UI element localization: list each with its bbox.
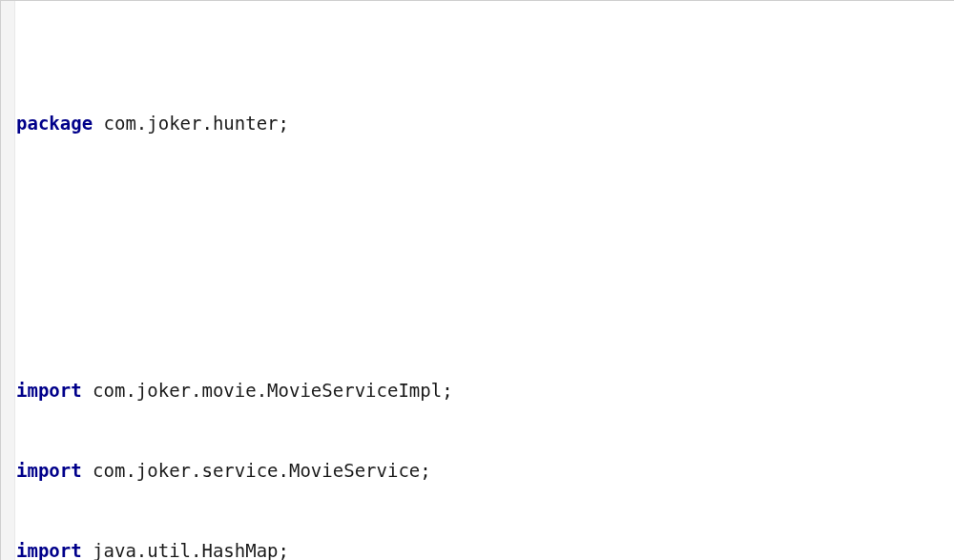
keyword-package: package (16, 113, 93, 134)
keyword-import: import (16, 540, 82, 560)
keyword-import: import (16, 380, 82, 401)
code-line-blank (14, 243, 954, 270)
import-path: com.joker.movie.MovieServiceImpl (93, 380, 442, 401)
package-name: com.joker.hunter (104, 113, 279, 134)
semicolon: ; (279, 113, 289, 134)
import-path: com.joker.service.MovieService (93, 460, 420, 481)
code-line: import com.joker.service.MovieService; (14, 457, 954, 484)
code-line: import java.util.HashMap; (14, 537, 954, 560)
semicolon: ; (279, 540, 289, 560)
code-editor[interactable]: package com.joker.hunter; import com.jok… (0, 0, 954, 560)
keyword-import: import (16, 460, 82, 481)
code-line: import com.joker.movie.MovieServiceImpl; (14, 377, 954, 404)
semicolon: ; (442, 380, 452, 401)
import-path: java.util.HashMap (93, 540, 278, 560)
code-area[interactable]: package com.joker.hunter; import com.jok… (14, 3, 954, 560)
editor-gutter (1, 1, 15, 560)
semicolon: ; (420, 460, 430, 481)
code-line: package com.joker.hunter; (14, 110, 954, 136)
